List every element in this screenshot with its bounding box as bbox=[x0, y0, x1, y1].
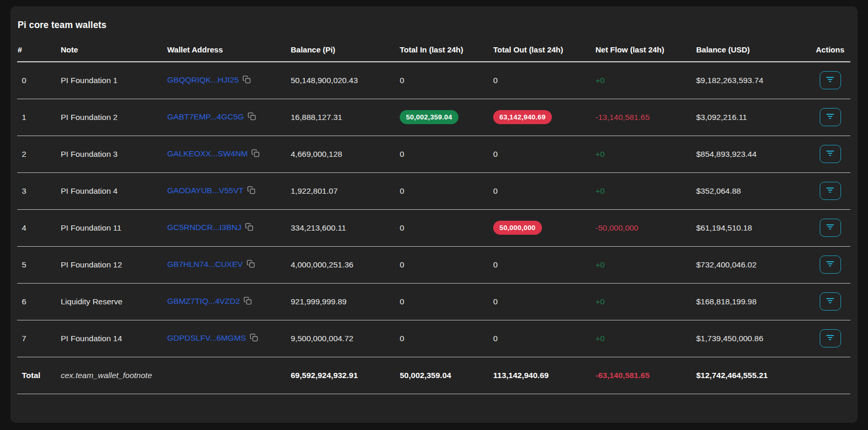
col-header-total-in: Total In (last 24h) bbox=[400, 38, 493, 62]
cell-net-flow: +0 bbox=[595, 320, 696, 357]
cell-balance-usd: $732,400,046.02 bbox=[696, 246, 810, 283]
cell-total-out: 0 bbox=[493, 320, 595, 357]
cell-total-in: 0 bbox=[400, 136, 493, 172]
wallet-address-link[interactable]: GALKEOXX...SW4NM bbox=[167, 149, 248, 158]
cell-balance-pi: 4,000,000,251.36 bbox=[291, 246, 400, 283]
total-in-badge: 50,002,359.04 bbox=[400, 110, 458, 124]
col-header-balance-usd: Balance (USD) bbox=[696, 38, 810, 62]
col-header-total-out: Total Out (last 24h) bbox=[493, 38, 595, 62]
cell-balance-pi: 4,669,000,128 bbox=[291, 136, 400, 172]
row-actions-button[interactable] bbox=[820, 145, 841, 163]
copy-icon[interactable] bbox=[247, 186, 255, 196]
cell-balance-usd: $168,818,199.98 bbox=[696, 283, 810, 320]
col-header-net-flow: Net Flow (last 24h) bbox=[595, 38, 696, 62]
wallet-address-link[interactable]: GDPDSLFV...6MGMS bbox=[167, 333, 246, 342]
cell-note: PI Foundation 14 bbox=[61, 320, 167, 357]
wallet-address-link[interactable]: GAODAYUB...V55VT bbox=[167, 186, 243, 195]
cell-net-flow: +0 bbox=[595, 172, 696, 209]
copy-icon[interactable] bbox=[245, 223, 253, 233]
wallet-address-link[interactable]: GC5RNDCR...I3BNJ bbox=[167, 223, 241, 232]
total-actions-spacer bbox=[810, 357, 850, 394]
wallet-address-link[interactable]: GABT7EMP...4GC5G bbox=[167, 112, 244, 121]
row-actions-button[interactable] bbox=[820, 71, 841, 89]
cell-balance-pi: 921,999,999.89 bbox=[291, 283, 400, 320]
wallets-table: # Note Wallet Address Balance (Pi) Total… bbox=[17, 38, 850, 394]
cell-net-flow: +0 bbox=[595, 62, 696, 99]
cell-note: PI Foundation 11 bbox=[61, 209, 167, 246]
page-background: Pi core team wallets # Note Wallet Addre… bbox=[0, 0, 868, 430]
total-in: 50,002,359.04 bbox=[400, 357, 493, 394]
copy-icon[interactable] bbox=[250, 333, 258, 344]
cell-total-in: 0 bbox=[400, 283, 493, 320]
cell-note: PI Foundation 12 bbox=[61, 246, 167, 283]
table-row: 3 PI Foundation 4 GAODAYUB...V55VT 1,922… bbox=[17, 172, 850, 209]
cell-wallet: GB7HLN74...CUXEV bbox=[167, 246, 291, 283]
col-header-note: Note bbox=[61, 38, 167, 62]
cell-total-out: 50,000,000 bbox=[493, 209, 595, 246]
total-net-flow: -63,140,581.65 bbox=[595, 357, 696, 394]
row-actions-button[interactable] bbox=[820, 292, 841, 311]
total-out-badge: 63,142,940.69 bbox=[493, 110, 552, 124]
col-header-wallet-address: Wallet Address bbox=[167, 38, 291, 62]
table-row: 4 PI Foundation 11 GC5RNDCR...I3BNJ 334,… bbox=[17, 209, 850, 246]
cell-balance-usd: $1,739,450,000.86 bbox=[696, 320, 810, 357]
cell-index: 0 bbox=[17, 62, 61, 99]
filter-icon bbox=[826, 150, 834, 158]
row-actions-button[interactable] bbox=[820, 329, 841, 347]
cell-total-in: 50,002,359.04 bbox=[400, 99, 493, 136]
wallet-address-link[interactable]: GB7HLN74...CUXEV bbox=[167, 260, 243, 268]
team-wallets-card: Pi core team wallets # Note Wallet Addre… bbox=[10, 6, 858, 423]
filter-icon bbox=[826, 76, 834, 85]
cell-wallet: GBMZ7TIQ...4VZD2 bbox=[167, 283, 291, 320]
table-row: 5 PI Foundation 12 GB7HLN74...CUXEV 4,00… bbox=[17, 246, 850, 283]
filter-icon bbox=[826, 334, 834, 343]
copy-icon[interactable] bbox=[242, 75, 251, 86]
row-actions-button[interactable] bbox=[820, 108, 841, 126]
cell-index: 7 bbox=[17, 320, 61, 357]
copy-icon[interactable] bbox=[243, 297, 252, 307]
table-row: 7 PI Foundation 14 GDPDSLFV...6MGMS 9,50… bbox=[17, 320, 850, 357]
wallet-address-link[interactable]: GBMZ7TIQ...4VZD2 bbox=[167, 297, 240, 305]
cell-note: PI Foundation 2 bbox=[61, 99, 167, 136]
cell-note: PI Foundation 1 bbox=[61, 62, 167, 99]
cell-total-out: 0 bbox=[493, 136, 595, 172]
total-wallet-spacer bbox=[167, 357, 291, 394]
total-balance-pi: 69,592,924,932.91 bbox=[291, 357, 400, 394]
table-row: 2 PI Foundation 3 GALKEOXX...SW4NM 4,669… bbox=[17, 136, 850, 172]
cell-total-out: 63,142,940.69 bbox=[493, 99, 595, 136]
filter-icon bbox=[826, 297, 834, 306]
cell-index: 2 bbox=[17, 136, 61, 172]
cell-note: Liquidity Reserve bbox=[61, 283, 167, 320]
total-footnote: cex.team_wallet_footnote bbox=[61, 357, 167, 394]
cell-wallet: GALKEOXX...SW4NM bbox=[167, 136, 291, 172]
cell-index: 1 bbox=[17, 99, 61, 136]
cell-net-flow: +0 bbox=[595, 246, 696, 283]
row-actions-button[interactable] bbox=[820, 182, 841, 200]
row-actions-button[interactable] bbox=[820, 256, 841, 274]
cell-net-flow: +0 bbox=[595, 136, 696, 172]
cell-index: 4 bbox=[17, 209, 61, 246]
table-row: 0 PI Foundation 1 GBQQRIQK...HJI25 50,14… bbox=[17, 62, 850, 99]
cell-balance-pi: 50,148,900,020.43 bbox=[291, 62, 400, 99]
cell-total-in: 0 bbox=[400, 209, 493, 246]
col-header-index: # bbox=[17, 38, 61, 62]
total-label: Total bbox=[17, 357, 61, 394]
cell-index: 3 bbox=[17, 172, 61, 209]
cell-balance-usd: $61,194,510.18 bbox=[696, 209, 810, 246]
cell-total-in: 0 bbox=[400, 172, 493, 209]
cell-total-in: 0 bbox=[400, 246, 493, 283]
copy-icon[interactable] bbox=[247, 260, 255, 270]
wallet-address-link[interactable]: GBQQRIQK...HJI25 bbox=[167, 75, 239, 84]
copy-icon[interactable] bbox=[251, 149, 260, 159]
cell-wallet: GBQQRIQK...HJI25 bbox=[167, 62, 291, 99]
total-out: 113,142,940.69 bbox=[493, 357, 595, 394]
filter-icon bbox=[826, 186, 834, 195]
copy-icon[interactable] bbox=[248, 112, 256, 123]
cell-wallet: GAODAYUB...V55VT bbox=[167, 172, 291, 209]
cell-balance-usd: $9,182,263,593.74 bbox=[696, 62, 810, 99]
cell-balance-pi: 334,213,600.11 bbox=[291, 209, 400, 246]
filter-icon bbox=[826, 260, 834, 269]
col-header-actions: Actions bbox=[810, 38, 850, 62]
filter-icon bbox=[826, 223, 834, 232]
row-actions-button[interactable] bbox=[820, 219, 841, 237]
